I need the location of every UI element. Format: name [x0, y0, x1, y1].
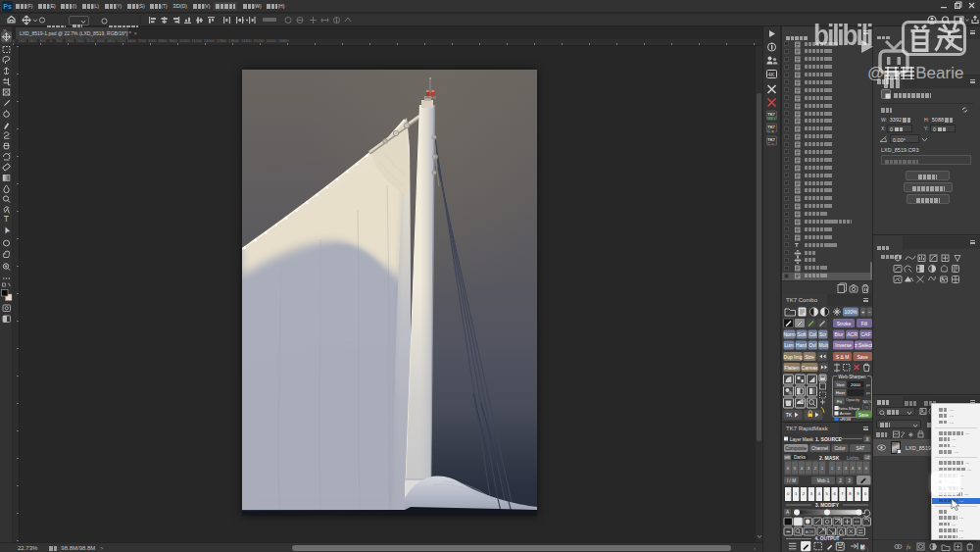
svg-text:Composite: Composite — [785, 446, 807, 451]
svg-text:Layer Mask: Layer Mask — [790, 437, 813, 442]
svg-text:Soft: Soft — [798, 331, 808, 337]
svg-text:+: + — [861, 309, 864, 315]
svg-text:T: T — [4, 214, 9, 224]
svg-text:2: 2 — [839, 478, 842, 483]
svg-text:MEV: MEV — [767, 116, 776, 121]
svg-text:Canvas: Canvas — [802, 365, 818, 371]
svg-text:SAT: SAT — [856, 446, 864, 451]
svg-text:Vert: Vert — [837, 382, 846, 387]
svg-text:ACR: ACR — [806, 529, 814, 534]
svg-text:ACR: ACR — [847, 331, 858, 337]
svg-text:2000: 2000 — [851, 382, 860, 387]
svg-text:Stroke: Stroke — [837, 321, 852, 326]
svg-text:Col: Col — [808, 331, 816, 337]
svg-text:X: X — [865, 437, 868, 442]
svg-text:Darks: Darks — [794, 455, 807, 460]
svg-text:TK: TK — [786, 412, 793, 418]
svg-text:3. MODIFY: 3. MODIFY — [815, 503, 840, 508]
svg-text:Color: Color — [835, 446, 846, 451]
svg-text:4K: 4K — [768, 72, 775, 77]
svg-text:S & M: S & M — [836, 354, 850, 360]
svg-text:2. MASK: 2. MASK — [819, 455, 840, 461]
svg-text:1. SOURCE: 1. SOURCE — [815, 436, 843, 442]
svg-text:Channel: Channel — [811, 446, 828, 451]
svg-text:C: C — [767, 128, 770, 133]
svg-text:Hard: Hard — [796, 342, 807, 348]
svg-text:100%: 100% — [845, 309, 858, 315]
svg-text:px: px — [866, 382, 870, 387]
svg-text:Save: Save — [858, 413, 869, 418]
svg-text:Hozr: Hozr — [836, 390, 846, 395]
svg-text:Lights: Lights — [847, 456, 859, 461]
svg-text:−: − — [868, 309, 871, 315]
svg-text:Ovl: Ovl — [808, 342, 816, 348]
svg-text:Web-Sharpen: Web-Sharpen — [838, 375, 866, 379]
svg-text:px: px — [866, 390, 870, 395]
svg-text:+2: +2 — [865, 456, 869, 460]
svg-text:TK: TK — [864, 406, 869, 410]
svg-text:Inverse: Inverse — [835, 342, 852, 348]
svg-text:Size: Size — [805, 354, 814, 360]
svg-text:Fill: Fill — [861, 321, 867, 326]
svg-text:Norm: Norm — [783, 331, 795, 337]
svg-text:Flatten: Flatten — [784, 365, 800, 371]
svg-text:Blur: Blur — [835, 331, 844, 337]
svg-text:C: C — [767, 141, 770, 146]
svg-text:Opacity: Opacity — [846, 397, 860, 402]
svg-text:I / M: I / M — [787, 478, 796, 483]
svg-text:HR: HR — [785, 456, 791, 460]
svg-text:Lum: Lum — [784, 342, 794, 348]
svg-text:Mult: Mult — [818, 342, 828, 348]
svg-text:Action: Action — [840, 411, 852, 416]
svg-text:Extra Sharp: Extra Sharp — [838, 406, 860, 411]
svg-text:Dup Img: Dup Img — [784, 354, 803, 360]
svg-text:Scr: Scr — [819, 331, 827, 337]
svg-text:CAF: CAF — [861, 331, 871, 337]
svg-text:%: % — [868, 399, 872, 404]
svg-text:Save: Save — [857, 354, 868, 360]
svg-text:3: 3 — [848, 478, 851, 483]
svg-text:Midi-1: Midi-1 — [817, 478, 830, 483]
svg-text:sRGB: sRGB — [840, 417, 851, 422]
svg-text:Fit: Fit — [837, 399, 843, 404]
svg-text:± Select: ± Select — [855, 342, 872, 348]
svg-text:fx: fx — [906, 544, 911, 550]
